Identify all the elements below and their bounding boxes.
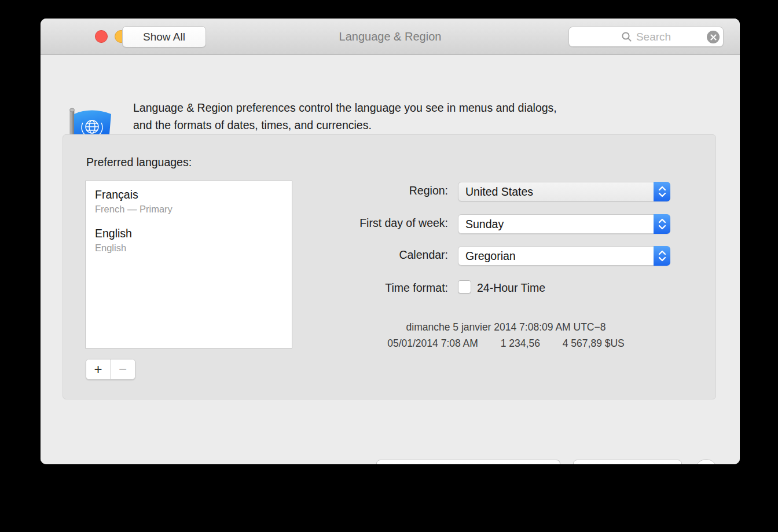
popup-stepper-icon bbox=[654, 246, 670, 266]
preferences-window: Language & Region Show All Search bbox=[41, 19, 740, 464]
help-button[interactable]: ? bbox=[695, 459, 717, 464]
preferred-languages-list[interactable]: Français French — Primary English Englis… bbox=[85, 181, 292, 348]
show-all-button[interactable]: Show All bbox=[122, 26, 206, 47]
advanced-button[interactable]: Advanced… bbox=[573, 460, 682, 464]
region-label: Region: bbox=[263, 184, 448, 197]
add-remove-language-group: + − bbox=[86, 359, 135, 380]
add-language-button[interactable]: + bbox=[86, 359, 111, 379]
popup-stepper-icon bbox=[654, 182, 670, 201]
calendar-select[interactable]: Gregorian bbox=[458, 246, 670, 266]
language-subtitle: French — Primary bbox=[95, 203, 282, 215]
remove-language-button: − bbox=[111, 359, 135, 379]
first-day-value: Sunday bbox=[458, 218, 654, 231]
search-icon bbox=[621, 31, 632, 42]
language-region-groupbox: Preferred languages: Français French — P… bbox=[63, 134, 716, 399]
language-subtitle: English bbox=[95, 241, 282, 254]
language-name: English bbox=[95, 226, 282, 240]
24-hour-time-checkbox-label: 24-Hour Time bbox=[477, 281, 545, 295]
preferred-languages-label: Preferred languages: bbox=[86, 156, 192, 169]
list-item[interactable]: Français French — Primary bbox=[86, 181, 292, 220]
24-hour-time-checkbox[interactable] bbox=[458, 280, 471, 293]
description-line-1: Language & Region preferences control th… bbox=[133, 99, 557, 116]
keyboard-preferences-button[interactable]: Keyboard Preferences… bbox=[376, 460, 560, 464]
date-time-preview-line-1: dimanche 5 janvier 2014 7:08:09 AM UTC−8 bbox=[283, 321, 729, 333]
description-line-2: and the formats of dates, times, and cur… bbox=[133, 116, 557, 134]
list-item[interactable]: English English bbox=[86, 220, 292, 259]
language-name: Français bbox=[95, 188, 282, 201]
preview-short-date: 05/01/2014 7:08 AM bbox=[387, 337, 478, 350]
pane-description: Language & Region preferences control th… bbox=[133, 99, 557, 134]
region-select[interactable]: United States bbox=[458, 182, 670, 201]
search-input[interactable]: Search bbox=[568, 27, 724, 47]
calendar-value: Gregorian bbox=[458, 250, 654, 263]
search-placeholder: Search bbox=[636, 31, 671, 43]
first-day-label: First day of week: bbox=[263, 217, 448, 230]
calendar-label: Calendar: bbox=[263, 248, 448, 262]
preview-number: 1 234,56 bbox=[501, 337, 540, 350]
time-format-label: Time format: bbox=[263, 281, 448, 295]
titlebar: Language & Region Show All Search bbox=[41, 19, 740, 55]
pane-content: Language & Region preferences control th… bbox=[41, 56, 740, 464]
popup-stepper-icon bbox=[654, 214, 670, 234]
clear-search-icon[interactable] bbox=[707, 31, 720, 43]
preview-currency: 4 567,89 $US bbox=[563, 337, 625, 350]
region-value: United States bbox=[458, 185, 654, 199]
first-day-select[interactable]: Sunday bbox=[458, 214, 670, 234]
date-time-preview-line-2: 05/01/2014 7:08 AM 1 234,56 4 567,89 $US bbox=[283, 337, 729, 350]
close-window-button[interactable] bbox=[95, 30, 108, 43]
